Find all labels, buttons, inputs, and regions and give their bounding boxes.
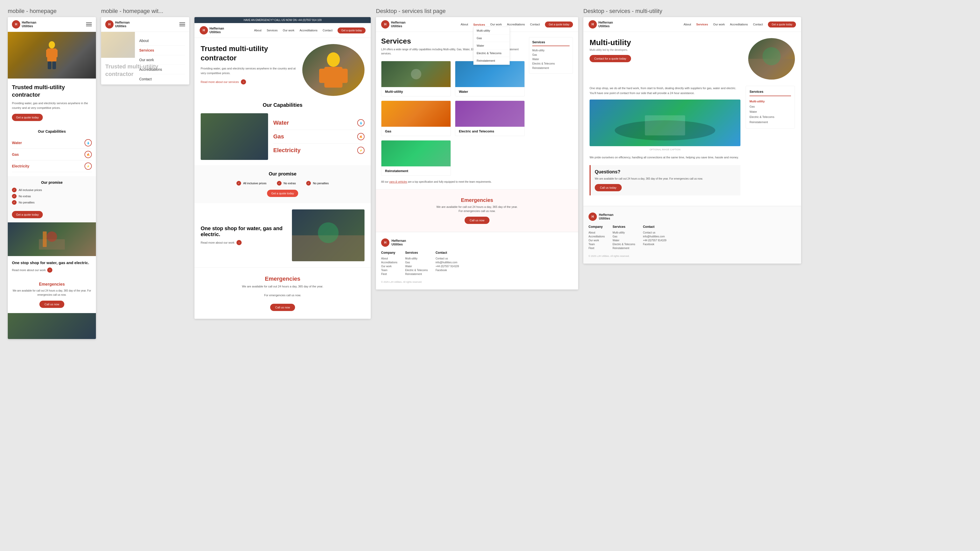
call-now-btn[interactable]: Call us now	[40, 301, 65, 308]
service-card-multi[interactable]: Multi-utility	[381, 61, 451, 97]
dropdown-water[interactable]: Water	[474, 42, 509, 49]
footer-email[interactable]: info@hutilities.com	[436, 261, 459, 264]
footer-fleet[interactable]: Fleet	[381, 273, 398, 275]
multi-nav-work[interactable]: Our work	[713, 23, 725, 26]
multi-nav-about[interactable]: About	[684, 23, 691, 26]
capability-water[interactable]: Water 💧	[12, 137, 92, 149]
dropdown-reinstatement[interactable]: Reinstatement	[474, 57, 509, 65]
footer-about[interactable]: About	[381, 257, 398, 260]
desktop-quote-btn[interactable]: Get a quote today	[337, 27, 366, 33]
mf-svc-reinstate[interactable]: Reinstatement	[612, 247, 635, 249]
mf-our-work[interactable]: Our work	[589, 239, 605, 242]
multi-main: One stop shop, we do all the hard work, …	[590, 86, 740, 200]
hamburger-close[interactable]	[180, 22, 185, 26]
get-quote-btn[interactable]: Get a quote today	[12, 114, 43, 121]
service-card-electric[interactable]: Electric and Telecoms	[455, 100, 525, 136]
mf-fleet[interactable]: Fleet	[589, 247, 605, 249]
mf-svc-gas[interactable]: Gas	[612, 235, 635, 238]
multi-sidebar-box: Services Multi-utility Gas Water Electri…	[746, 86, 795, 129]
multi-nav-services[interactable]: Services	[696, 23, 708, 26]
sidebar-svc-reinstate[interactable]: Reinstatement	[749, 119, 791, 125]
svc-nav-accreditations[interactable]: Accreditations	[507, 23, 525, 26]
desktop-cap-gas[interactable]: Gas 🔥	[273, 130, 364, 144]
multi-nav-contact[interactable]: Contact	[753, 23, 763, 26]
multi-contact-btn[interactable]: Contact for a quote today	[590, 55, 631, 62]
footer-accreditations[interactable]: Accreditations	[381, 261, 398, 264]
desktop-cap-electric[interactable]: Electricity ⚡	[273, 144, 364, 157]
mf-email[interactable]: info@hutilities.com	[643, 235, 666, 238]
mf-svc-water[interactable]: Water	[612, 239, 635, 242]
footer-svc-electric[interactable]: Electric & Telecoms	[405, 269, 428, 272]
nav-link-work[interactable]: Our work	[283, 29, 294, 32]
nav-link-services[interactable]: Services	[267, 29, 278, 32]
desktop-read-more[interactable]: Read more about our services ›	[200, 79, 297, 84]
service-card-water[interactable]: Water	[455, 61, 525, 97]
desktop-promise-3-text: No penalties	[313, 182, 329, 185]
vehicles-link[interactable]: vans & vehicles	[389, 180, 407, 183]
svc-nav-contact[interactable]: Contact	[530, 23, 540, 26]
nav-services[interactable]: Services	[139, 46, 185, 55]
desktop-promise-section: Our promise ✓ All inclusive prices ✓ No …	[194, 165, 371, 203]
mf-svc-multi[interactable]: Multi-utility	[612, 231, 635, 234]
nav-link-contact[interactable]: Contact	[323, 29, 332, 32]
service-card-gas[interactable]: Gas	[381, 100, 451, 136]
service-card-reinstate[interactable]: Reinstatement	[381, 140, 451, 176]
nav-link-accreditations[interactable]: Accreditations	[299, 29, 317, 32]
desktop-promise-btn[interactable]: Get a quote today	[267, 190, 298, 197]
sidebar-multi[interactable]: Multi-utility	[532, 48, 570, 52]
sidebar-multi-active[interactable]: Multi-utility	[749, 99, 791, 104]
capability-gas[interactable]: Gas 🔥	[12, 149, 92, 160]
svc-nav-work[interactable]: Our work	[490, 23, 502, 26]
dropdown-gas[interactable]: Gas	[474, 35, 509, 42]
sidebar-electric[interactable]: Electric & Telecoms	[532, 62, 570, 66]
footer-team[interactable]: Team	[381, 269, 398, 272]
capability-electricity[interactable]: Electricity ⚡	[12, 160, 92, 172]
sidebar-reinstatement[interactable]: Reinstatement	[532, 66, 570, 70]
multi-quote-btn[interactable]: Get a quote today	[768, 22, 796, 27]
footer-phone[interactable]: +44 (0)7557 914109	[436, 265, 459, 268]
nav-contact[interactable]: Contact	[139, 75, 185, 84]
mf-accreditations[interactable]: Accreditations	[589, 235, 605, 238]
dropdown-multi[interactable]: Multi-utility	[474, 27, 509, 35]
sidebar-svc-electric[interactable]: Electric & Telecoms	[749, 114, 791, 119]
desktop-cap-water[interactable]: Water 💧	[273, 116, 364, 130]
footer-our-work[interactable]: Our work	[381, 265, 398, 268]
svc-nav-about[interactable]: About	[461, 23, 468, 26]
footer-svc-gas[interactable]: Gas	[405, 261, 428, 264]
svc-quote-btn[interactable]: Get a quote today	[545, 22, 573, 27]
footer-svc-reinstate[interactable]: Reinstatement	[405, 273, 428, 275]
sidebar-gas[interactable]: Gas	[532, 52, 570, 57]
sidebar-water[interactable]: Water	[532, 57, 570, 62]
hamburger-menu[interactable]	[86, 22, 92, 26]
nav-accreditations[interactable]: Accreditations	[139, 65, 185, 75]
promise-no-penalties: ✓ No penalties	[12, 200, 92, 205]
one-stop-read-more[interactable]: Read more about our work ›	[12, 267, 92, 273]
mf-about[interactable]: About	[589, 231, 605, 234]
sidebar-svc-water[interactable]: Water	[749, 109, 791, 114]
svc-nav-services[interactable]: Services	[473, 23, 485, 26]
dropdown-electric[interactable]: Electric & Telecoms	[474, 49, 509, 57]
desktop-call-btn[interactable]: Call us now	[270, 304, 295, 311]
mf-fb[interactable]: Facebook	[643, 243, 666, 246]
worker-illustration	[41, 40, 62, 71]
nav-our-work[interactable]: Our work	[139, 55, 185, 65]
mf-team[interactable]: Team	[589, 243, 605, 246]
desktop-one-stop-link[interactable]: Read more about our work ›	[200, 240, 287, 245]
call-today-btn[interactable]: Call us today	[595, 184, 622, 191]
mf-phone[interactable]: +44 (0)7557 914109	[643, 239, 666, 242]
footer-svc-water[interactable]: Water	[405, 265, 428, 268]
promise-quote-btn[interactable]: Get a quote today	[12, 211, 43, 218]
desktop-one-stop-section: One stop shop for water, gas and electri…	[194, 203, 371, 267]
footer-svc-multi[interactable]: Multi-utility	[405, 257, 428, 260]
multi-nav-accreditations[interactable]: Accreditations	[730, 23, 748, 26]
footer-contact-us[interactable]: Contact us	[436, 257, 459, 260]
gas-card-label: Gas	[381, 127, 450, 136]
services-nav-links: About Services Multi-utility Gas Water E…	[461, 22, 573, 27]
nav-about[interactable]: About	[139, 36, 185, 46]
svc-call-btn[interactable]: Call us now	[465, 217, 490, 224]
mf-svc-electric[interactable]: Electric & Telecoms	[612, 243, 635, 246]
footer-fb[interactable]: Facebook	[436, 269, 459, 272]
nav-link-about[interactable]: About	[254, 29, 262, 32]
sidebar-svc-gas[interactable]: Gas	[749, 104, 791, 109]
mf-contact-us[interactable]: Contact us	[643, 231, 666, 234]
